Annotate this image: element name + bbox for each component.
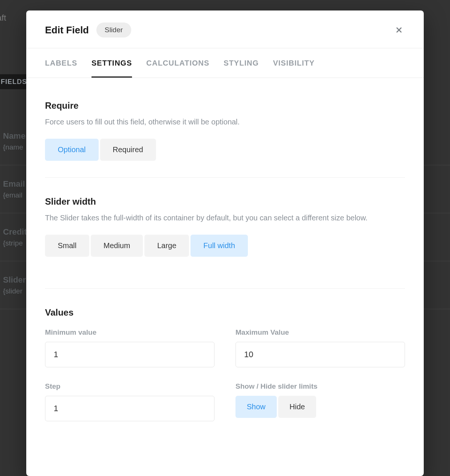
section-values: Values Minimum value Maximum Value Step … (45, 289, 405, 453)
width-full-button[interactable]: Full width (190, 235, 248, 257)
tab-visibility[interactable]: VISIBILITY (273, 48, 315, 78)
tab-labels[interactable]: LABELS (45, 48, 77, 78)
max-label: Maximum Value (236, 328, 405, 337)
width-toggle: Small Medium Large Full width (45, 235, 248, 257)
max-value-input[interactable] (236, 342, 405, 367)
width-medium-button[interactable]: Medium (91, 235, 143, 257)
field-type-badge: Slider (96, 22, 131, 37)
edit-field-modal: Edit Field Slider LABELS SETTINGS CALCUL… (26, 10, 424, 476)
require-optional-button[interactable]: Optional (45, 139, 99, 161)
modal-header: Edit Field Slider (26, 10, 424, 48)
bg-draft-label: aft (0, 13, 6, 23)
bg-item-email: Email {email (3, 179, 25, 199)
width-large-button[interactable]: Large (144, 235, 189, 257)
modal-content: Require Force users to fill out this fie… (26, 78, 424, 476)
require-required-button[interactable]: Required (100, 139, 156, 161)
limits-toggle: Show Hide (236, 396, 316, 418)
require-desc: Force users to fill out this field, othe… (45, 116, 405, 127)
require-toggle: Optional Required (45, 139, 156, 161)
width-desc: The Slider takes the full-width of its c… (45, 212, 405, 223)
bg-item-slider: Slider {slider (3, 275, 26, 295)
values-heading: Values (45, 307, 405, 318)
bg-item-name: Name {name (3, 131, 26, 151)
tab-styling[interactable]: STYLING (224, 48, 259, 78)
limits-show-button[interactable]: Show (236, 396, 277, 418)
bg-item-credit: Credit {stripe (3, 227, 27, 247)
close-button[interactable] (393, 24, 405, 36)
section-require: Require Force users to fill out this fie… (45, 82, 405, 178)
tabs: LABELS SETTINGS CALCULATIONS STYLING VIS… (26, 48, 424, 78)
limits-hide-button[interactable]: Hide (278, 396, 316, 418)
tab-settings[interactable]: SETTINGS (92, 48, 132, 78)
min-value-input[interactable] (45, 342, 214, 367)
width-small-button[interactable]: Small (45, 235, 89, 257)
limits-label: Show / Hide slider limits (236, 382, 405, 391)
step-value-input[interactable] (45, 396, 214, 421)
tab-calculations[interactable]: CALCULATIONS (146, 48, 209, 78)
require-heading: Require (45, 100, 405, 111)
width-heading: Slider width (45, 196, 405, 207)
close-icon (395, 26, 403, 34)
min-label: Minimum value (45, 328, 214, 337)
bg-fields-tab: FIELDS (0, 74, 26, 89)
modal-title: Edit Field (45, 24, 89, 36)
step-label: Step (45, 382, 214, 391)
section-width: Slider width The Slider takes the full-w… (45, 178, 405, 289)
